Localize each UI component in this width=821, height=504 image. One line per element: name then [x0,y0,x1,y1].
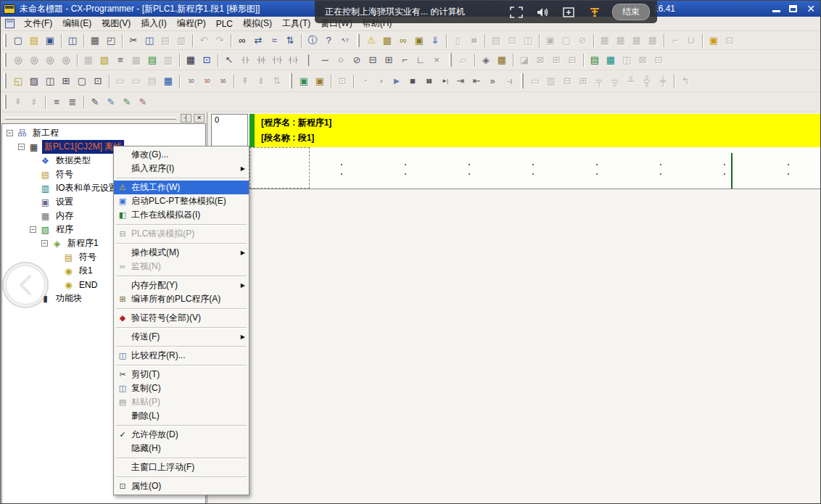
sim-scan-run-button[interactable]: →| [500,74,516,88]
line-connect-button[interactable]: ∟ [413,53,429,67]
line-erase-button[interactable]: × [429,53,445,67]
work-online-simulator-button[interactable]: ▣ [296,74,312,88]
rung-comment-banner[interactable]: [程序名 : 新程序1] [段名称 : 段1] [249,114,820,147]
rung-list-button[interactable]: ≡ [112,53,128,67]
context-menu-item-memory-allocation[interactable]: 内存分配(Y)▶ [114,278,249,292]
online-simulator-button[interactable]: ▩ [379,33,395,48]
ladder-window-button[interactable]: ⊡ [199,53,215,67]
select-mode-button[interactable]: ↖ [221,53,237,67]
instruction-box-button[interactable]: ⊟ [365,53,381,67]
tree-item[interactable]: −品新工程 [2,126,205,140]
context-menu-item-work-online-simulator[interactable]: ◧工作在线模拟器(I) [114,208,249,222]
pen-blue-button[interactable]: ✎ [103,95,119,110]
show-comments-button[interactable]: ▧ [96,53,112,67]
outline-view-button[interactable]: ≣ [65,95,81,110]
coil-closed-button[interactable]: ⊘ [349,53,365,67]
show-symbols-button[interactable]: ◫ [42,74,58,88]
toolbar-grip[interactable] [449,53,452,67]
transfer-to-plc-button[interactable]: ⇓ [427,33,443,48]
menubar-item[interactable]: 文件(F) [19,16,57,31]
sim-step-in-button[interactable]: ⇥ [453,74,469,88]
collapse-expander-icon[interactable]: − [41,240,48,247]
speaker-icon[interactable] [529,6,556,19]
context-menu-item-cut[interactable]: ✂剪切(T) [114,368,249,381]
zoom-in-button[interactable]: ◎ [42,53,58,67]
menubar-item[interactable]: PLC [211,17,238,30]
cross-reference-button[interactable]: ⊞ [58,74,74,88]
pen-green-button[interactable]: ✎ [119,95,135,110]
contact-no-button[interactable]: ┤├ [237,53,253,67]
collapse-expander-icon[interactable]: − [30,226,36,233]
save-file-button[interactable]: ▣ [42,33,58,48]
set-value-button[interactable]: ▣ [706,33,722,48]
panel-close-button[interactable]: ✕ [194,114,205,123]
zoom-custom-button[interactable]: ◎ [26,53,42,67]
symbol-stack-button[interactable]: ◈ [478,53,494,67]
context-menu-item-delete[interactable]: 删除(L) [114,409,249,423]
mnemonic-view-button[interactable]: ▦ [183,53,199,67]
menubar-item[interactable]: 视图(V) [96,16,136,31]
sim-continuous-button[interactable]: » [484,74,500,88]
work-online-button[interactable]: ⚠ [363,33,379,48]
compile-program-button[interactable]: ▦ [494,53,510,67]
mdi-child-icon[interactable] [5,19,15,28]
zoom-out-button[interactable]: ◎ [58,53,74,67]
decimal-display-button[interactable]: 10 [183,74,199,88]
panel-dock-button[interactable]: ┤ [181,114,191,123]
print-button[interactable]: ▦ [87,33,103,48]
pen-erase-button[interactable]: ✎ [135,95,151,110]
sim-pause-button[interactable]: ▮▮ [421,74,437,88]
show-diagram-button[interactable]: ◱ [10,74,26,88]
rung-number-cell[interactable]: 0 [211,114,248,149]
toolbar-grip[interactable] [521,73,524,88]
menubar-item[interactable]: 工具(T) [277,16,315,31]
context-help-button[interactable]: ↖? [337,33,352,48]
grid-toggle-button[interactable]: ▦ [81,53,96,67]
toolbar-grip[interactable] [357,34,360,47]
coil-button[interactable]: ○ [333,53,349,67]
search-settings-button[interactable]: ≈ [266,33,282,48]
retrace-button[interactable]: ⇅ [282,33,298,48]
monitor-warn-button[interactable]: ∞ [395,33,411,48]
signed-decimal-display-button[interactable]: 10 [199,74,215,88]
open-file-button[interactable]: ▤ [26,33,42,48]
selected-cell[interactable] [249,147,310,189]
new-file-button[interactable]: ▢ [10,33,26,48]
add-window-icon[interactable] [556,6,582,19]
context-menu-item-work-online[interactable]: ⚠在线工作(W) [114,181,249,194]
help-button[interactable]: ? [321,33,337,48]
contact-up-button[interactable]: ┤↑├ [269,53,285,67]
show-mnemonic-button[interactable]: ▨ [26,74,42,88]
toolbar-grip[interactable] [4,53,7,67]
properties-window-button[interactable]: ⊡ [90,74,106,88]
compare-document-button[interactable]: ◫ [65,33,81,48]
toolbar-grip[interactable] [4,95,7,109]
pen-black-button[interactable]: ✎ [87,95,103,110]
context-menu-item-start-plc-pt-simulation[interactable]: ▣启动PLC-PT整体模拟(E) [114,194,249,208]
copy-button[interactable]: ◫ [141,33,157,48]
context-menu-item-allow-docking[interactable]: ✓允许停放(D) [114,428,249,442]
sim-run-button[interactable]: ► [389,74,405,88]
replace-button[interactable]: ⇄ [250,33,266,48]
context-menu-item-operating-mode[interactable]: 操作模式(M)▶ [114,246,249,260]
invert-instruction-button[interactable]: ⌐ [397,53,413,67]
toolbar-grip[interactable] [289,73,292,88]
panel-drag-handle[interactable] [5,117,176,120]
sim-stop-button[interactable]: ■ [405,74,421,88]
print-preview-button[interactable]: ◰ [103,33,119,48]
context-menu-item-copy[interactable]: ◫复制(C) [114,381,249,395]
address-table-button[interactable]: ▦ [160,74,176,88]
context-menu-item-transfer[interactable]: 传送(F)▶ [114,330,249,344]
menubar-item[interactable]: 编辑(E) [57,16,96,31]
minimize-button[interactable] [772,5,780,12]
io-comment-view-button[interactable]: ▢ [74,74,90,88]
end-session-button[interactable]: 结束 [612,4,650,20]
annotate-pen-icon[interactable] [582,6,608,19]
horizontal-line-button[interactable]: ─ [317,53,333,67]
contact-nc-button[interactable]: ┤/├ [253,53,269,67]
context-menu-item-compare-program[interactable]: ◫比较程序(R)... [114,349,249,363]
zoom-fit-button[interactable]: ◎ [10,53,26,67]
vertical-line-button[interactable]: │ [301,53,317,67]
context-menu-item-insert-program[interactable]: 插入程序(I)▶ [114,162,249,175]
toolbar-grip[interactable] [4,73,7,88]
